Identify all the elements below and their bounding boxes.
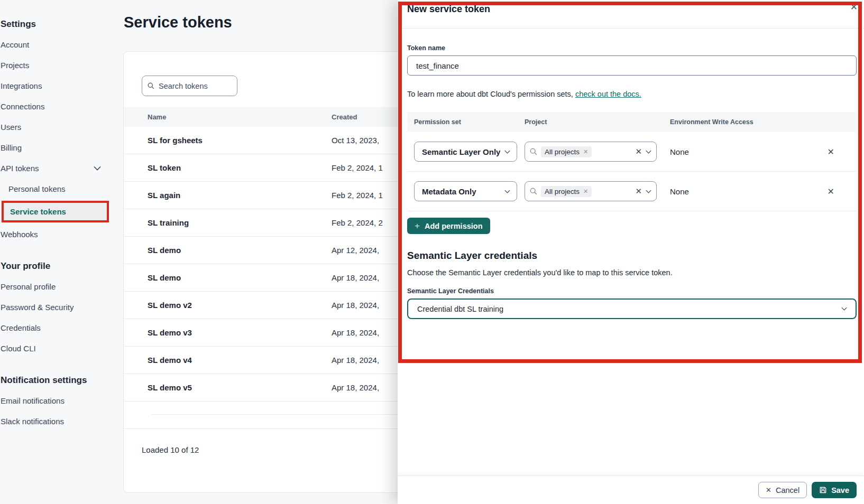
search-tokens-box [142,76,237,96]
settings-sidebar: Settings Account Projects Integrations C… [0,0,113,437]
project-chip-label: All projects [545,188,580,195]
close-icon: ✕ [766,486,771,494]
permission-set-select[interactable]: Semantic Layer Only [414,142,517,162]
chevron-down-icon [646,150,651,154]
token-created: Apr 18, 2024, [332,383,379,392]
chip-remove-icon[interactable]: ✕ [583,188,588,195]
chevron-down-icon [504,150,510,154]
search-icon [148,82,154,90]
clear-projects-icon[interactable]: ✕ [635,186,642,196]
permission-set-select[interactable]: Metadata Only [414,181,517,201]
drawer-header: New service token ✕ [398,0,864,29]
token-name-label: Token name [407,44,857,52]
chevron-down-icon [94,166,101,171]
token-name: SL demo [124,273,332,282]
token-name-input[interactable] [407,55,857,76]
remove-permission-icon[interactable]: ✕ [828,186,834,197]
sidebar-item-connections[interactable]: Connections [1,102,113,111]
docs-text: To learn more about dbt Cloud's permissi… [407,90,575,98]
semantic-layer-credentials-description: Choose the Semantic Layer credentials yo… [407,268,857,277]
sidebar-item-billing[interactable]: Billing [1,143,113,152]
token-name: SL demo v2 [124,301,332,310]
sidebar-item-personal-profile[interactable]: Personal profile [1,282,113,291]
sidebar-item-projects[interactable]: Projects [1,61,113,70]
page-title: Service tokens [124,14,232,31]
token-created: Apr 18, 2024, [332,273,379,282]
project-chip: All projects✕ [541,186,592,197]
remove-permission-icon[interactable]: ✕ [828,147,834,157]
semantic-layer-credentials-label: Semantic Layer Credentials [407,287,857,295]
save-label: Save [831,486,849,494]
token-created: Apr 18, 2024, [332,328,379,337]
chevron-down-icon [841,307,847,311]
semantic-layer-credentials-heading: Semantic Layer credentials [407,250,857,262]
sidebar-heading-your-profile: Your profile [1,261,113,272]
cancel-button[interactable]: ✕ Cancel [758,482,807,498]
token-name: SL again [124,191,332,200]
sidebar-item-account[interactable]: Account [1,40,113,49]
service-tokens-highlight-box: Service tokens [2,201,109,222]
drawer-title: New service token [407,4,490,15]
sidebar-item-slack-notifications[interactable]: Slack notifications [1,417,113,426]
add-permission-button[interactable]: + Add permission [407,218,490,234]
save-floppy-icon [819,486,827,494]
column-env-write-access: Environment Write Access [670,118,857,126]
docs-link[interactable]: check out the docs. [575,90,641,98]
sidebar-item-webhooks[interactable]: Webhooks [1,230,113,239]
project-chip-label: All projects [545,148,580,156]
sidebar-item-credentials[interactable]: Credentials [1,323,113,332]
clear-projects-icon[interactable]: ✕ [635,147,642,156]
token-created: Feb 2, 2024, 2 [332,218,383,227]
token-created: Oct 13, 2023, [332,136,379,145]
column-permission-set: Permission set [407,118,525,126]
save-button[interactable]: Save [812,482,857,498]
semantic-layer-credentials-select[interactable]: Credential dbt SL training [407,298,857,319]
sidebar-item-integrations[interactable]: Integrations [1,81,113,90]
search-tokens-input[interactable] [159,82,232,90]
token-created: Apr 18, 2024, [332,356,379,365]
token-created: Feb 2, 2024, 1 [332,191,383,200]
sidebar-item-password-security[interactable]: Password & Security [1,303,113,312]
cancel-label: Cancel [776,486,799,494]
sidebar-item-personal-tokens[interactable]: Personal tokens [8,184,113,193]
sidebar-item-api-tokens[interactable]: API tokens [1,164,113,173]
sidebar-item-cloud-cli[interactable]: Cloud CLI [1,344,113,353]
project-multiselect[interactable]: All projects✕ ✕ [525,142,657,162]
add-permission-label: Add permission [425,222,483,230]
sidebar-item-users[interactable]: Users [1,123,113,132]
project-chip: All projects✕ [541,146,592,157]
close-icon[interactable]: ✕ [850,2,858,13]
permission-set-value: Metadata Only [422,187,476,196]
chip-remove-icon[interactable]: ✕ [583,148,588,155]
permissions-header: Permission set Project Environment Write… [407,112,857,132]
sidebar-item-service-tokens[interactable]: Service tokens [10,207,107,216]
column-header-name: Name [124,113,332,121]
token-name: SL training [124,218,332,227]
token-name: SL demo v4 [124,356,332,365]
token-name: SL for gsheets [124,136,332,145]
token-name: SL token [124,163,332,172]
project-multiselect[interactable]: All projects✕ ✕ [525,181,657,201]
plus-icon: + [415,221,420,231]
drawer-footer: ✕ Cancel Save [398,475,864,504]
chevron-down-icon [504,190,510,193]
column-project: Project [525,118,670,126]
column-header-created: Created [332,113,357,121]
api-tokens-label: API tokens [1,164,39,173]
chevron-down-icon [646,190,651,193]
sidebar-heading-settings: Settings [1,19,113,30]
search-icon [530,148,537,155]
token-created: Feb 2, 2024, 1 [332,163,383,172]
token-created: Apr 12, 2024, [332,246,379,255]
permission-row: Metadata Only All projects✕ ✕ None ✕ [407,172,857,211]
environment-write-access-value: None [670,187,689,196]
token-created: Apr 18, 2024, [332,301,379,310]
sidebar-item-email-notifications[interactable]: Email notifications [1,396,113,405]
permission-row: Semantic Layer Only All projects✕ ✕ None… [407,132,857,172]
environment-write-access-value: None [670,147,689,156]
new-service-token-drawer: New service token ✕ Token name To learn … [398,0,864,504]
permission-set-value: Semantic Layer Only [422,147,500,156]
sidebar-heading-notification-settings: Notification settings [1,375,113,386]
token-name: SL demo v5 [124,383,332,392]
token-name: SL demo [124,246,332,255]
